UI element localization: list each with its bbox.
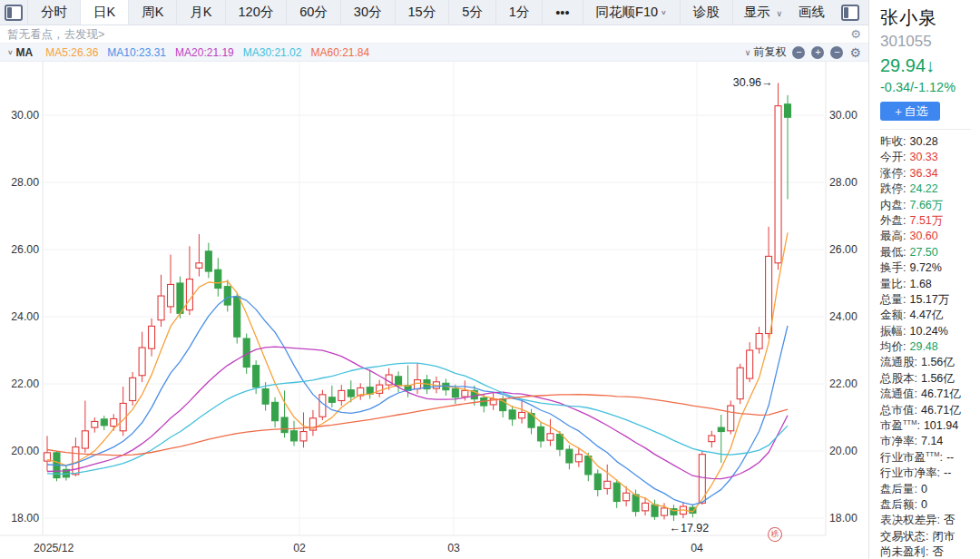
svg-text:26.00: 26.00 (11, 243, 39, 256)
ma-legend-bar: ∨ MA MA5:26.36MA10:23.31MA20:21.19MA30:2… (0, 44, 868, 62)
svg-text:18.00: 18.00 (829, 512, 858, 525)
svg-text:24.00: 24.00 (829, 310, 858, 323)
adjust-mode-dropdown[interactable]: ∨前复权 (745, 43, 787, 62)
stat-row: 总量:15.17万 (880, 292, 980, 308)
down-arrow-icon: ↓ (926, 55, 935, 75)
add-watchlist-button[interactable]: ＋自选 (880, 102, 940, 121)
chevron-down-icon: ∨ (776, 9, 782, 18)
svg-text:03: 03 (447, 542, 460, 554)
stat-row: 交易状态:闭市 (880, 529, 980, 544)
stat-row: 内盘:7.66万 (880, 198, 980, 213)
news-bar: 暂无看点，去发现> ⚙ (0, 25, 868, 44)
ma-collapse-chevron-icon[interactable]: ∨ (7, 45, 14, 60)
stat-row: 外盘:7.51万 (880, 213, 980, 229)
tab-timeshare[interactable]: 分时 (28, 0, 81, 25)
tab-ths-f10[interactable]: 同花顺F10∨ (583, 0, 681, 25)
kline-settings-gear-icon[interactable]: ⚙ (849, 46, 861, 59)
stat-row: 行业市盈TTM:-- (880, 450, 980, 466)
svg-text:22.00: 22.00 (11, 378, 39, 390)
stat-row: 均价:29.48 (880, 339, 980, 355)
ma-legend-ma60: MA60:21.84 (310, 44, 369, 62)
tab-30min[interactable]: 30分 (341, 0, 396, 25)
kline-chart[interactable]: 30.0030.0028.0028.0026.0026.0024.0024.00… (0, 62, 868, 559)
ma-title: MA (16, 44, 34, 62)
left-panel-toggle-button[interactable] (0, 0, 28, 25)
tab-more[interactable]: ••• (543, 0, 583, 25)
stat-row: 金额:4.47亿 (880, 308, 980, 323)
adjust-mode-label: 前复权 (753, 45, 786, 58)
stat-row: 总股本:1.56亿 (880, 371, 980, 387)
display-label: 显示 (743, 5, 769, 19)
kline-chart-svg: 30.0030.0028.0028.0026.0026.0024.0024.00… (0, 62, 868, 559)
svg-text:2025/12: 2025/12 (34, 542, 74, 554)
svg-text:18.00: 18.00 (11, 512, 39, 525)
stat-row: 尚未盈利:否 (880, 544, 980, 559)
svg-text:28.00: 28.00 (829, 176, 858, 189)
panel-toggle-icon (5, 5, 23, 21)
tab-diagnose[interactable]: 诊股 (681, 0, 733, 25)
stat-row: 总市值:46.71亿 (880, 403, 980, 418)
stat-row: 换手:9.72% (880, 260, 980, 276)
chevron-down-icon: ∨ (745, 48, 751, 57)
tab-1min[interactable]: 1分 (496, 0, 544, 25)
svg-text:26.00: 26.00 (829, 243, 858, 256)
display-menu[interactable]: 显示 ∨ (743, 4, 782, 21)
price-change: -0.34/-1.12% (880, 80, 980, 94)
svg-text:02: 02 (293, 542, 306, 554)
svg-text:30.96→: 30.96→ (733, 76, 773, 89)
tab-120min[interactable]: 120分 (226, 0, 288, 25)
stat-row: 行业市净率:-- (880, 466, 980, 481)
stat-row: 最低:27.50 (880, 245, 980, 260)
tab-week-k[interactable]: 周K (129, 0, 177, 25)
svg-text:30.00: 30.00 (829, 109, 858, 122)
kline-collapse-icon[interactable]: − (830, 46, 843, 59)
svg-text:28.00: 28.00 (11, 176, 39, 189)
stat-row: 涨停:36.34 (880, 166, 980, 181)
stat-row: 量比:1.68 (880, 277, 980, 292)
news-settings-gear-icon[interactable]: ⚙ (850, 25, 861, 44)
discover-link[interactable]: 去发现> (64, 28, 105, 41)
tab-month-k[interactable]: 月K (177, 0, 225, 25)
svg-text:←17.92: ←17.92 (669, 522, 709, 534)
stock-info-panel: 张小泉 301055 29.94↓ -0.34/-1.12% ＋自选 昨收:30… (868, 0, 980, 559)
right-panel-toggle-icon[interactable] (841, 5, 859, 21)
stats-list: 昨收:30.28今开:30.33涨停:36.34跌停:24.22内盘:7.66万… (880, 134, 980, 559)
kline-zoom-in-icon[interactable]: + (811, 46, 824, 59)
stat-row: 市净率:7.14 (880, 434, 980, 449)
tab-15min[interactable]: 15分 (396, 0, 450, 25)
stat-row: 盘后额:0 (880, 497, 980, 513)
stat-row: 最高:30.60 (880, 229, 980, 244)
svg-text:04: 04 (691, 542, 703, 554)
tab-day-k[interactable]: 日K (81, 0, 129, 25)
current-price: 29.94↓ (880, 55, 980, 76)
ma-legend-ma30: MA30:21.02 (243, 44, 302, 62)
stat-row: 跌停:24.22 (880, 181, 980, 197)
stat-row: 振幅:10.24% (880, 324, 980, 339)
stat-row: 流通股:1.56亿 (880, 355, 980, 370)
tab-60min[interactable]: 60分 (287, 0, 341, 25)
period-toolbar: 分时日K周K月K120分60分30分15分5分1分•••同花顺F10∨诊股 显示… (0, 0, 868, 25)
stat-row: 表决权差异:否 (880, 513, 980, 528)
ma-legend-ma20: MA20:21.19 (175, 44, 234, 62)
svg-text:30.00: 30.00 (11, 109, 39, 122)
svg-text:20.00: 20.00 (11, 445, 39, 457)
svg-text:20.00: 20.00 (829, 445, 858, 457)
stock-chart-app: 分时日K周K月K120分60分30分15分5分1分•••同花顺F10∨诊股 显示… (0, 0, 980, 559)
stat-row: 盘后量:0 (880, 482, 980, 497)
ma-legend-ma10: MA10:23.31 (107, 44, 166, 62)
stock-code: 301055 (880, 33, 980, 51)
toolbar-spacer (733, 0, 744, 25)
stat-row: 流通值:46.71亿 (880, 387, 980, 402)
stat-row: 昨收:30.28 (880, 134, 980, 150)
ma-values: MA5:26.36MA10:23.31MA20:21.19MA30:21.02M… (36, 44, 369, 62)
kline-zoom-out-icon[interactable]: − (792, 46, 805, 59)
divider (880, 129, 971, 130)
draw-line-button[interactable]: 画线 (799, 4, 825, 21)
tab-5min[interactable]: 5分 (449, 0, 496, 25)
svg-text:22.00: 22.00 (829, 378, 858, 390)
stock-name: 张小泉 (880, 5, 980, 30)
period-tabs: 分时日K周K月K120分60分30分15分5分1分•••同花顺F10∨诊股 (28, 0, 733, 25)
chevron-down-icon: ∨ (661, 9, 667, 16)
news-text: 暂无看点， (7, 28, 64, 41)
stat-row: 市盈TTM:101.94 (880, 418, 980, 434)
